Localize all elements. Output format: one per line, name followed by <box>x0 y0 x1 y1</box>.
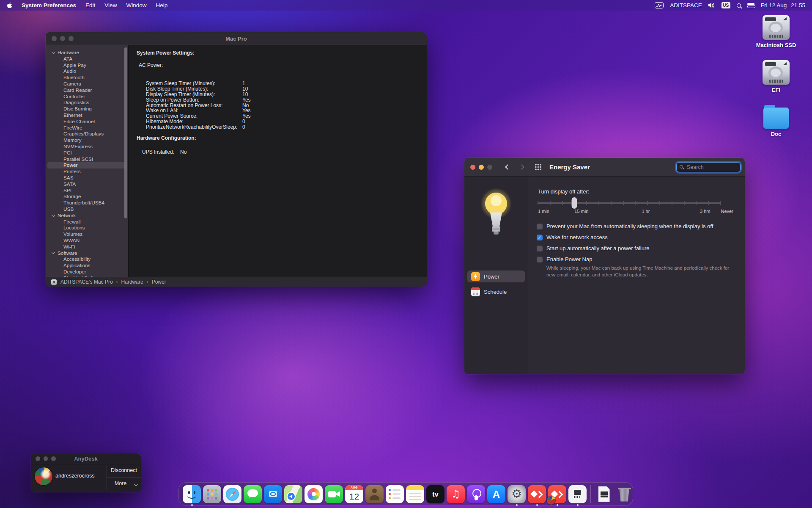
dock-item-safari[interactable] <box>223 485 241 503</box>
status-user-label[interactable]: ADITSPACE <box>670 2 702 8</box>
energy-titlebar[interactable]: Energy Saver <box>464 158 745 177</box>
checkbox[interactable] <box>537 246 543 251</box>
close-button[interactable] <box>470 165 475 170</box>
sidebar-item-usb[interactable]: USB <box>46 206 128 213</box>
minimize-button[interactable] <box>479 165 484 170</box>
checkbox[interactable] <box>537 235 543 240</box>
sidebar-item-firewall[interactable]: Firewall <box>46 219 128 225</box>
dock-item-calendar[interactable]: AUG12 <box>345 485 363 503</box>
checkbox[interactable] <box>537 257 543 262</box>
sidebar-item-sas[interactable]: SAS <box>46 175 128 181</box>
sidebar-item-storage[interactable]: Storage <box>46 193 128 200</box>
dock-item-launchpad[interactable] <box>203 485 221 503</box>
sidebar-item-apple-pay[interactable]: Apple Pay <box>46 62 128 69</box>
sidebar-item-sata[interactable]: SATA <box>46 181 128 188</box>
sidebar-item-camera[interactable]: Camera <box>46 81 128 87</box>
sidebar-item-applications[interactable]: Applications <box>46 262 128 269</box>
anydesk-window-title: AnyDesk <box>31 456 141 462</box>
systemprefs-icon <box>508 485 526 503</box>
search-input[interactable] <box>676 162 741 172</box>
sidebar-item-controller[interactable]: Controller <box>46 94 128 100</box>
sidebar-item-power[interactable]: Power <box>467 271 525 282</box>
sidebar-item-parallel-scsi[interactable]: Parallel SCSI <box>46 156 128 163</box>
desktop-icon-doc[interactable]: Doc <box>753 105 799 137</box>
menu-app-name[interactable]: System Preferences <box>22 2 76 8</box>
volume-icon[interactable] <box>708 3 715 8</box>
sidebar-item-firewire[interactable]: FireWire <box>46 125 128 131</box>
spotlight-search-icon[interactable] <box>737 3 741 8</box>
dock-item-document[interactable] <box>595 485 613 503</box>
dock-item-podcasts[interactable] <box>467 485 485 503</box>
menu-view[interactable]: View <box>104 2 117 8</box>
sidebar-item-nvmexpress[interactable]: NVMExpress <box>46 144 128 150</box>
sidebar-item-schedule[interactable]: Schedule <box>467 286 525 298</box>
dock-item-finder[interactable] <box>183 485 201 503</box>
dock-item-notes[interactable] <box>406 485 424 503</box>
keyboard-layout-badge[interactable]: US <box>721 2 730 8</box>
sidebar-item-diagnostics[interactable]: Diagnostics <box>46 99 128 106</box>
dock-item-appletv[interactable] <box>426 485 444 503</box>
sidebar-item-wwan[interactable]: WWAN <box>46 237 128 244</box>
sysinfo-sidebar-tree: HardwareATAApple PayAudioBluetoothCamera… <box>46 45 128 277</box>
sidebar-item-card-reader[interactable]: Card Reader <box>46 87 128 94</box>
anydesk-menubar-icon[interactable] <box>655 2 664 8</box>
back-button[interactable] <box>505 164 510 170</box>
tree-group-software[interactable]: Software <box>46 250 128 257</box>
dock-item-mail[interactable] <box>264 485 282 503</box>
sidebar-item-pci[interactable]: PCI <box>46 150 128 156</box>
slider-label: 15 min <box>574 209 588 214</box>
dock-item-maps[interactable] <box>284 485 302 503</box>
zoom-button[interactable] <box>487 165 492 170</box>
slider-tick <box>659 201 660 205</box>
sysinfo-sidebar-scrollbar[interactable] <box>124 47 127 218</box>
disconnect-button[interactable]: Disconnect <box>107 467 141 473</box>
dock-item-music[interactable] <box>447 485 465 503</box>
menu-edit[interactable]: Edit <box>85 2 95 8</box>
sidebar-item-audio[interactable]: Audio <box>46 68 128 75</box>
sidebar-item-disc-burning[interactable]: Disc Burning <box>46 106 128 112</box>
anydesk-titlebar[interactable]: AnyDesk <box>31 453 141 464</box>
menu-window[interactable]: Window <box>126 2 146 8</box>
dock-item-photos[interactable] <box>304 485 323 503</box>
dock-item-facetime[interactable] <box>325 485 343 503</box>
desktop-icon-efi[interactable]: EFI <box>753 60 799 93</box>
dock-item-utility[interactable] <box>568 485 587 503</box>
dock-item-reminders[interactable] <box>386 485 404 503</box>
tree-group-hardware[interactable]: Hardware <box>46 50 128 56</box>
dock-item-contacts[interactable] <box>365 485 384 503</box>
forward-button[interactable] <box>519 164 524 170</box>
sidebar-item-locations[interactable]: Locations <box>46 225 128 231</box>
sidebar-item-spi[interactable]: SPI <box>46 188 128 194</box>
sidebar-item-ata[interactable]: ATA <box>46 56 128 62</box>
sidebar-item-developer[interactable]: Developer <box>46 269 128 275</box>
dock-item-appstore[interactable] <box>487 485 505 503</box>
tree-group-network[interactable]: Network <box>46 213 128 219</box>
sidebar-item-thunderbolt-usb4[interactable]: Thunderbolt/USB4 <box>46 200 128 206</box>
sidebar-item-graphics-displays[interactable]: Graphics/Displays <box>46 131 128 137</box>
dock-item-trash[interactable] <box>615 485 634 503</box>
slider-thumb[interactable] <box>572 197 577 209</box>
dock-item-messages[interactable] <box>244 485 262 503</box>
sidebar-item-memory[interactable]: Memory <box>46 137 128 144</box>
menubar-clock[interactable]: Fri 12 Aug 21.55 <box>761 2 805 8</box>
more-button[interactable]: More <box>107 480 134 486</box>
sidebar-item-wi-fi[interactable]: Wi-Fi <box>46 244 128 250</box>
apple-menu-icon[interactable] <box>7 2 12 8</box>
sidebar-item-bluetooth[interactable]: Bluetooth <box>46 75 128 81</box>
sidebar-item-fibre-channel[interactable]: Fibre Channel <box>46 119 128 125</box>
sidebar-item-volumes[interactable]: Volumes <box>46 231 128 237</box>
control-center-icon[interactable] <box>747 3 754 8</box>
slider-track[interactable] <box>538 202 721 204</box>
sidebar-item-ethernet[interactable]: Ethernet <box>46 112 128 119</box>
dock-item-systemprefs[interactable] <box>508 485 526 503</box>
menu-help[interactable]: Help <box>156 2 167 8</box>
sidebar-item-accessibility[interactable]: Accessibility <box>46 256 128 262</box>
show-all-preferences-icon[interactable] <box>535 163 542 171</box>
sysinfo-titlebar[interactable]: Mac Pro <box>46 32 427 45</box>
desktop-icon-macintosh-ssd[interactable]: Macintosh SSD <box>753 15 799 48</box>
sidebar-item-power[interactable]: Power <box>47 162 126 168</box>
dock-item-anydesk[interactable] <box>528 485 546 503</box>
sidebar-item-printers[interactable]: Printers <box>46 168 128 175</box>
dock-item-anydesk-session[interactable] <box>548 485 566 503</box>
checkbox[interactable] <box>537 224 543 229</box>
